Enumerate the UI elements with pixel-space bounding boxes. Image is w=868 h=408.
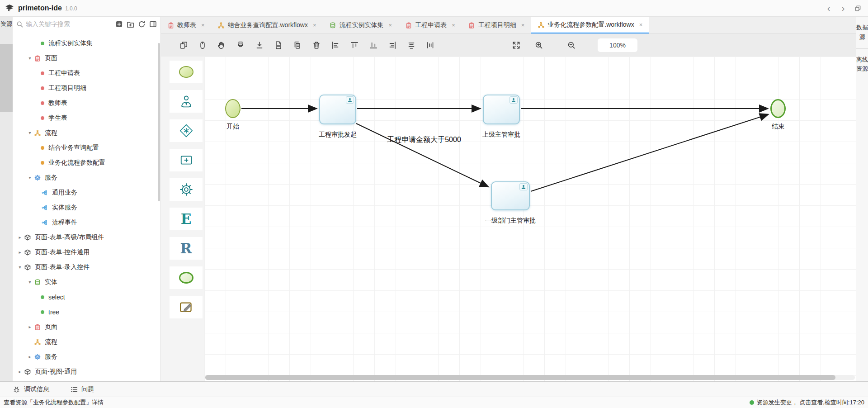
tree-item[interactable]: 学生表 — [13, 110, 160, 125]
page-icon — [33, 323, 42, 331]
multi-select-icon[interactable] — [179, 41, 188, 50]
editor-tab[interactable]: 工程项目明细× — [462, 17, 532, 33]
tree-item[interactable]: ▸页面-表单-高级/布局组件 — [13, 230, 160, 245]
tree-item[interactable]: 结合业务查询配置 — [13, 140, 160, 155]
palette-item-gateway[interactable] — [170, 119, 203, 142]
chevron-right-icon[interactable]: ▸ — [16, 235, 24, 240]
tree-item[interactable]: ▾服务 — [13, 170, 160, 185]
tree-item[interactable]: ▸页面-视图-通用 — [13, 364, 160, 379]
tree-item[interactable]: 流程 — [13, 334, 160, 349]
refresh-icon[interactable] — [138, 20, 146, 28]
copy-icon[interactable] — [293, 41, 302, 50]
chevron-down-icon[interactable]: ▾ — [26, 130, 33, 135]
close-tab-icon[interactable]: × — [201, 22, 205, 28]
delete-icon[interactable] — [312, 41, 321, 50]
distribute-icon[interactable] — [426, 41, 435, 50]
editor-tab[interactable]: 工程申请表× — [399, 17, 462, 33]
start-node[interactable] — [225, 99, 241, 118]
sequence-flow-edge[interactable] — [531, 114, 768, 191]
tree-item[interactable]: ▾页面-表单-录入控件 — [13, 260, 160, 275]
close-tab-icon[interactable]: × — [313, 22, 316, 28]
chevron-right-icon[interactable]: ▸ — [26, 354, 33, 359]
sidebar-scrollbar[interactable] — [158, 43, 160, 201]
download-icon[interactable] — [255, 41, 264, 50]
editor-tab[interactable]: 流程实例实体集× — [323, 17, 399, 33]
brush-icon[interactable] — [236, 41, 245, 50]
chevron-down-icon[interactable]: ▾ — [26, 56, 33, 61]
palette-item-start-event[interactable] — [170, 61, 203, 83]
resources-rail-tab[interactable]: 资源 — [0, 17, 13, 29]
align-right-icon[interactable] — [388, 41, 397, 50]
tree-item[interactable]: 流程实例实体集 — [13, 36, 160, 51]
mouse-icon[interactable] — [198, 41, 207, 50]
collapse-panel-icon[interactable] — [149, 20, 157, 28]
locate-file-icon[interactable] — [115, 20, 123, 28]
right-rail-tab[interactable]: 离线资源 — [856, 49, 868, 81]
editor-tab[interactable]: 业务化流程参数配置.workflowx× — [531, 17, 649, 33]
tree-item[interactable]: ▸页面-表单-控件通用 — [13, 245, 160, 260]
tree-item-label: 工程项目明细 — [48, 84, 86, 92]
tree-item[interactable]: ▸页面 — [13, 319, 160, 334]
new-folder-icon[interactable] — [127, 20, 134, 28]
restore-button[interactable] — [852, 3, 863, 14]
bottom-panel-tab[interactable]: 问题 — [70, 385, 94, 394]
align-top-icon[interactable] — [350, 41, 359, 50]
hand-icon[interactable] — [217, 41, 226, 50]
search-input[interactable] — [26, 20, 113, 28]
close-tab-icon[interactable]: × — [521, 22, 525, 28]
close-tab-icon[interactable]: × — [452, 22, 455, 28]
close-tab-icon[interactable]: × — [389, 22, 392, 28]
palette-item-entity-e[interactable]: E — [170, 208, 203, 230]
diagram-canvas[interactable]: 开始工程审批发起上级主管审批一级部门主管审批结束工程申请金额大于5000 — [204, 57, 856, 381]
task-node[interactable] — [319, 95, 356, 124]
sequence-flow-edge[interactable] — [356, 123, 488, 187]
chevron-right-icon[interactable]: ▸ — [26, 324, 33, 329]
editor-tab[interactable]: 教师表× — [161, 17, 212, 33]
tree-item[interactable]: 流程事件 — [13, 215, 160, 230]
task-node[interactable] — [483, 95, 520, 124]
chevron-down-icon[interactable]: ▾ — [26, 175, 33, 180]
bottom-panel-tab[interactable]: 调试信息 — [13, 385, 49, 394]
chevron-down-icon[interactable]: ▾ — [26, 280, 33, 285]
tree-item[interactable]: ▾页面 — [13, 51, 160, 66]
tree-item[interactable]: 业务化流程参数配置 — [13, 155, 160, 170]
tree-item[interactable]: ▸服务 — [13, 349, 160, 364]
end-node[interactable] — [770, 99, 786, 118]
palette-item-end-event[interactable] — [170, 266, 203, 289]
tree-item[interactable]: ▾流程 — [13, 125, 160, 140]
file-icon[interactable] — [274, 41, 283, 50]
right-rail-tab[interactable]: 数据源 — [856, 17, 868, 49]
canvas-horizontal-scrollbar[interactable] — [205, 375, 855, 380]
tree-item[interactable]: 实体服务 — [13, 200, 160, 215]
status-resource-link[interactable]: 查看资源「业务化流程参数配置」详情 — [4, 399, 104, 407]
tree-item[interactable]: 教师表 — [13, 95, 160, 110]
editor-tab[interactable]: 结合业务查询配置.workflowx× — [212, 17, 323, 33]
palette-item-user-task[interactable] — [170, 90, 203, 113]
chevron-right-icon[interactable]: ▸ — [16, 369, 24, 374]
task-node[interactable] — [491, 181, 530, 210]
tree-item[interactable]: 通用业务 — [13, 185, 160, 200]
align-bottom-icon[interactable] — [369, 41, 378, 50]
back-button[interactable]: ‹ — [823, 3, 835, 14]
tree-item[interactable]: ▾实体 — [13, 275, 160, 289]
align-left-icon[interactable] — [331, 41, 340, 50]
palette-item-entity-r[interactable]: R — [170, 237, 203, 260]
close-tab-icon[interactable]: × — [639, 21, 643, 28]
tree-item[interactable]: 工程项目明细 — [13, 81, 160, 95]
tree-item[interactable]: select — [13, 289, 160, 304]
tree-item[interactable]: tree — [13, 304, 160, 319]
zoom-in-icon[interactable] — [534, 41, 543, 50]
status-change-notice[interactable]: 资源发生变更， 点击查看,检查时间:17:20 — [750, 399, 864, 407]
zoom-out-icon[interactable] — [567, 41, 576, 50]
forward-button[interactable]: › — [837, 3, 849, 14]
palette-item-subprocess[interactable] — [170, 149, 203, 171]
zoom-level-box[interactable]: 100% — [598, 38, 637, 52]
palette-item-annotation[interactable] — [170, 296, 203, 318]
fit-screen-icon[interactable] — [512, 41, 521, 50]
align-center-icon[interactable] — [407, 41, 416, 50]
palette-item-service-task[interactable] — [170, 178, 203, 201]
chevron-down-icon[interactable]: ▾ — [16, 265, 24, 270]
scrollbar-thumb[interactable] — [205, 375, 835, 380]
chevron-right-icon[interactable]: ▸ — [16, 250, 24, 255]
tree-item[interactable]: 工程申请表 — [13, 66, 160, 81]
